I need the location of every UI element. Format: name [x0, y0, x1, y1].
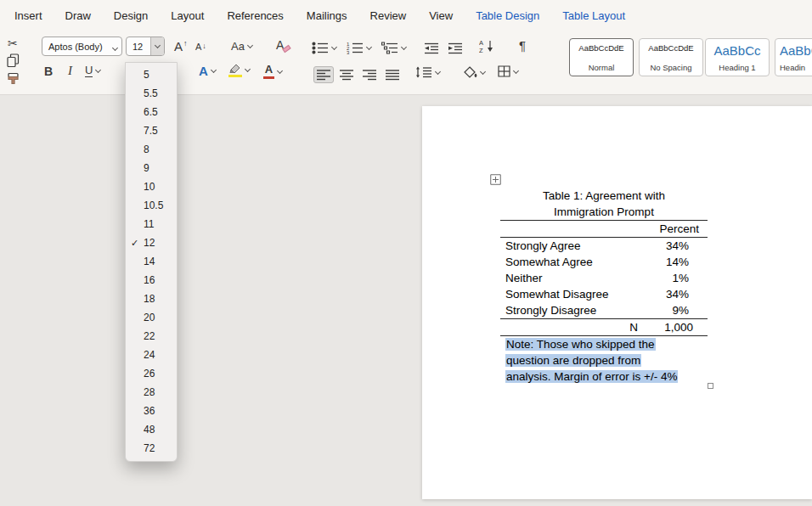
option-label: 10.5: [144, 200, 163, 211]
style-no-spacing[interactable]: AaBbCcDdE No Spacing: [639, 38, 703, 76]
font-name-combobox[interactable]: Aptos (Body): [42, 37, 122, 56]
show-paragraph-marks-button[interactable]: ¶: [519, 39, 526, 52]
copy-button[interactable]: [7, 53, 20, 68]
decrease-indent-button[interactable]: [424, 42, 439, 54]
table-header-percent: Percent: [500, 220, 708, 238]
font-size-option[interactable]: 28: [126, 383, 177, 402]
font-size-option[interactable]: 14: [126, 252, 177, 271]
borders-button[interactable]: [498, 65, 518, 77]
indent-icon: [448, 42, 463, 54]
row-value: 14%: [666, 254, 708, 270]
bullets-button[interactable]: [312, 42, 336, 54]
sort-button[interactable]: A Z: [479, 39, 494, 53]
increase-indent-button[interactable]: [448, 42, 463, 54]
tab-table-layout[interactable]: Table Layout: [562, 9, 625, 22]
tab-layout[interactable]: Layout: [171, 9, 204, 22]
menu-bar: Insert Draw Design Layout References Mai…: [0, 0, 812, 31]
justify-button[interactable]: [382, 66, 403, 83]
font-size-option[interactable]: 10.5: [126, 196, 177, 215]
style-heading-2[interactable]: AaBbC Headin: [775, 38, 812, 76]
font-size-option[interactable]: 72: [126, 439, 177, 458]
option-label: 22: [144, 330, 155, 342]
font-size-option[interactable]: 48: [126, 420, 177, 439]
option-label: 28: [144, 386, 155, 398]
option-label: 72: [144, 442, 155, 454]
style-normal[interactable]: AaBbCcDdE Normal: [569, 38, 634, 76]
font-size-combobox[interactable]: 12: [126, 37, 165, 56]
tab-draw[interactable]: Draw: [65, 9, 91, 22]
font-size-option[interactable]: 24: [126, 346, 177, 364]
tab-mailings[interactable]: Mailings: [307, 9, 347, 22]
tab-references[interactable]: References: [227, 9, 283, 22]
option-label: 14: [144, 256, 155, 267]
row-value: 9%: [672, 302, 708, 318]
grow-font-button[interactable]: A ↑: [174, 40, 188, 53]
shading-button[interactable]: [464, 66, 485, 78]
style-label: Heading 1: [719, 63, 755, 72]
table-n-row: N 1,000: [500, 318, 708, 336]
justify-icon: [385, 69, 400, 81]
font-size-option[interactable]: 6.5: [126, 103, 177, 121]
note-line: question are dropped from: [500, 352, 708, 368]
table-move-handle-icon[interactable]: [490, 174, 501, 185]
cut-button[interactable]: ✂: [8, 37, 18, 49]
font-size-option[interactable]: 7.5: [126, 121, 177, 140]
font-size-dropdown-menu: 5 5.5 6.5 7.5 8 9 10 10.5 11 ✓ 12 14 16 …: [125, 62, 178, 462]
style-sample: AaBbCcDdE: [648, 43, 693, 53]
row-label: Neither: [500, 270, 543, 286]
font-size-option[interactable]: 8: [126, 140, 177, 159]
font-size-option[interactable]: 10: [126, 177, 177, 196]
svg-text:A: A: [479, 39, 483, 47]
font-size-option[interactable]: 9: [126, 159, 177, 177]
word-window: Insert Draw Design Layout References Mai…: [0, 0, 812, 506]
row-value: 1%: [672, 270, 708, 286]
option-label: 5: [144, 69, 149, 81]
tab-insert[interactable]: Insert: [14, 9, 42, 22]
font-color-button[interactable]: A: [263, 64, 282, 79]
align-right-button[interactable]: [359, 66, 380, 83]
format-painter-button[interactable]: [7, 72, 20, 86]
line-spacing-button[interactable]: [415, 66, 440, 78]
shrink-font-button[interactable]: A ↓: [195, 42, 206, 52]
table-resize-handle[interactable]: [708, 383, 713, 389]
text-effects-button[interactable]: A: [199, 65, 216, 77]
font-size-option[interactable]: 18: [126, 290, 177, 308]
n-value: 1,000: [655, 319, 708, 335]
align-center-button[interactable]: [336, 66, 357, 83]
bullet-list-icon: [312, 42, 329, 54]
change-case-button[interactable]: Aa: [231, 41, 252, 52]
font-size-option[interactable]: 11: [126, 215, 177, 233]
style-heading-1[interactable]: AaBbCc Heading 1: [705, 38, 770, 76]
font-size-option[interactable]: 36: [126, 402, 177, 420]
font-size-option[interactable]: 5: [126, 65, 177, 84]
clear-formatting-button[interactable]: A: [276, 39, 284, 51]
multilevel-list-button[interactable]: [381, 42, 406, 54]
underline-button[interactable]: U: [85, 65, 100, 77]
font-size-option[interactable]: 20: [126, 308, 177, 327]
chevron-down-icon: [366, 44, 372, 50]
tab-table-design[interactable]: Table Design: [476, 9, 539, 22]
font-size-dropdown-button[interactable]: [150, 37, 164, 55]
bold-label: B: [44, 65, 53, 77]
tab-view[interactable]: View: [429, 9, 453, 22]
n-label: N: [629, 319, 638, 335]
row-value: 34%: [666, 286, 708, 302]
table-row: Somewhat Disagree 34%: [500, 286, 708, 302]
font-size-option[interactable]: 26: [126, 364, 177, 383]
option-label: 18: [144, 293, 155, 305]
document-table[interactable]: Table 1: Agreement with Immigration Prom…: [500, 188, 708, 385]
tab-design[interactable]: Design: [114, 9, 148, 22]
font-size-option-selected[interactable]: ✓ 12: [126, 233, 177, 252]
document-page[interactable]: Table 1: Agreement with Immigration Prom…: [422, 106, 812, 499]
tab-review[interactable]: Review: [370, 9, 407, 22]
highlight-button[interactable]: [228, 63, 250, 77]
numbering-button[interactable]: 1 2 3: [347, 42, 371, 54]
align-left-button[interactable]: [313, 66, 334, 83]
option-label: 8: [144, 143, 149, 155]
font-size-option[interactable]: 22: [126, 327, 177, 346]
outdent-icon: [424, 42, 439, 54]
font-size-option[interactable]: 16: [126, 271, 177, 290]
italic-button[interactable]: I: [68, 65, 72, 77]
font-size-option[interactable]: 5.5: [126, 84, 177, 103]
bold-button[interactable]: B: [44, 65, 53, 77]
